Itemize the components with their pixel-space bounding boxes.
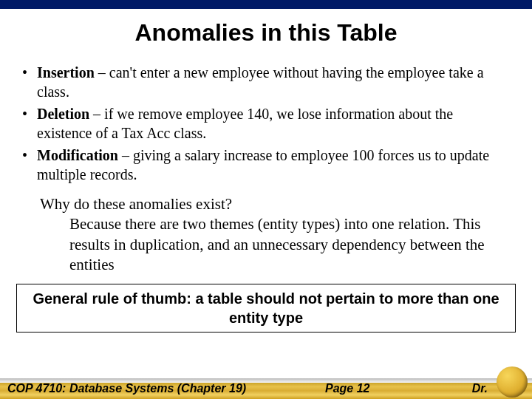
page-label: Page 12: [325, 382, 369, 395]
list-item: Modification – giving a salary increase …: [21, 146, 511, 184]
list-item: Deletion – if we remove employee 140, we…: [21, 104, 511, 143]
footer: COP 4710: Database Systems (Chapter 19) …: [0, 377, 532, 399]
author-label: Dr.: [472, 382, 488, 395]
why-question: Why do these anomalies exist?: [40, 195, 232, 213]
term-text: – if we remove employee 140, we lose inf…: [37, 106, 453, 141]
why-answer: Because there are two themes (entity typ…: [40, 214, 511, 275]
slide-title: Anomalies in this Table: [0, 19, 532, 47]
ucf-logo-icon: [497, 366, 528, 398]
term: Insertion: [37, 64, 95, 81]
list-item: Insertion – can't enter a new employee w…: [21, 63, 511, 101]
course-label: COP 4710: Database Systems (Chapter 19): [7, 382, 246, 395]
slide-content: Insertion – can't enter a new employee w…: [0, 63, 532, 275]
footer-bar: COP 4710: Database Systems (Chapter 19) …: [0, 377, 532, 399]
anomaly-list: Insertion – can't enter a new employee w…: [21, 63, 511, 184]
rule-box: General rule of thumb: a table should no…: [16, 284, 516, 332]
term-text: – can't enter a new employee without hav…: [37, 64, 484, 100]
term: Deletion: [37, 106, 89, 122]
top-border-bar: [0, 0, 532, 9]
why-block: Why do these anomalies exist? Because th…: [21, 194, 511, 275]
term: Modification: [37, 147, 118, 163]
